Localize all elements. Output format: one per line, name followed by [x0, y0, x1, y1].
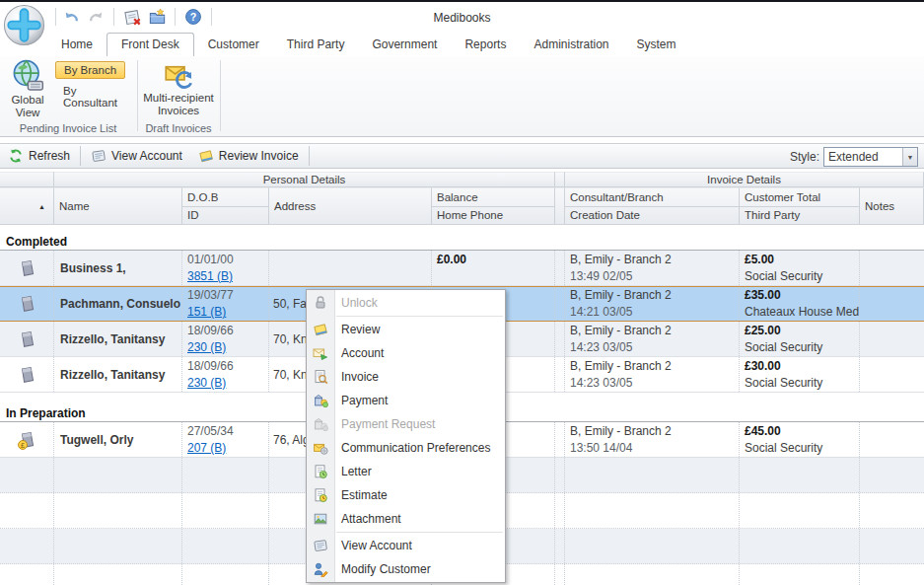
column-header-balance[interactable]: Balance	[432, 188, 554, 207]
column-header-customer-total[interactable]: Customer Total	[740, 188, 859, 207]
by-branch-button[interactable]: By Branch	[55, 61, 125, 79]
column-header-indicator[interactable]: ▲	[0, 187, 54, 225]
cell-dob: 18/09/66	[187, 323, 268, 339]
column-header-consultant[interactable]: Consultant/Branch	[565, 188, 739, 207]
tab-home[interactable]: Home	[47, 34, 107, 56]
column-header-home-phone[interactable]: Home Phone	[432, 207, 554, 225]
column-header-third-party[interactable]: Third Party	[740, 207, 859, 225]
tab-government[interactable]: Government	[358, 34, 451, 56]
grid-toolbar: Refresh View Account Review Invoice Styl…	[0, 143, 924, 169]
cell-customer-total: £35.00	[745, 287, 859, 304]
column-header-name[interactable]: Name	[54, 187, 182, 225]
tab-front-desk[interactable]: Front Desk	[107, 33, 194, 56]
row-context-menu: Unlock Review Account Invoice Payment Pa…	[306, 289, 506, 583]
record-locked-icon	[17, 293, 37, 315]
column-header-notes[interactable]: Notes	[860, 187, 924, 225]
cell-dob: 18/09/66	[187, 358, 268, 375]
svg-text:£: £	[21, 441, 25, 449]
cell-creation-date: 14:23 03/05	[570, 339, 739, 356]
table-row[interactable]: Business 1, 01/01/003851 (B) £0.00 B, Em…	[0, 251, 924, 286]
multi-envelope-icon	[164, 60, 193, 90]
cell-third-party: Social Security	[745, 375, 859, 392]
column-header-balance-phone[interactable]: Balance Home Phone	[432, 187, 555, 225]
menu-item-review[interactable]: Review	[307, 318, 505, 341]
add-orb-icon[interactable]	[3, 4, 45, 46]
cell-third-party: Social Security	[745, 339, 859, 356]
ribbon-group-label: Draft Invoices	[138, 122, 219, 134]
cell-name: Pachmann, Consuelo	[54, 287, 182, 321]
band-invoice-details: Invoice Details	[565, 172, 924, 187]
tab-administration[interactable]: Administration	[520, 34, 622, 56]
cell-id-link[interactable]: 3851 (B)	[187, 268, 233, 285]
cell-home-phone	[437, 268, 554, 285]
cell-balance: £0.00	[437, 252, 554, 268]
column-header-dob[interactable]: D.O.B	[182, 188, 268, 207]
sort-ascending-icon[interactable]: ▲	[38, 203, 45, 210]
menu-item-invoice[interactable]: Invoice	[307, 365, 505, 389]
band-spacer	[0, 172, 54, 187]
cell-customer-total: £25.00	[745, 323, 859, 339]
menu-item-view-account[interactable]: View Account	[307, 534, 505, 557]
cell-notes	[860, 357, 924, 392]
cell-name: Tugwell, Orly	[54, 422, 182, 457]
refresh-button[interactable]: Refresh	[0, 145, 78, 167]
attachment-icon	[313, 511, 328, 527]
help-icon[interactable]	[183, 7, 203, 27]
menu-item-letter[interactable]: Letter	[307, 460, 505, 483]
menu-item-account[interactable]: Account	[307, 341, 505, 365]
grid-header: Personal Details Invoice Details ▲ Name …	[0, 172, 924, 225]
tab-system[interactable]: System	[623, 34, 690, 56]
cell-consultant: B, Emily - Branch 2	[570, 323, 739, 339]
menu-item-estimate[interactable]: Estimate	[307, 483, 505, 507]
by-consultant-button[interactable]: By Consultant	[55, 83, 136, 110]
redo-icon[interactable]	[86, 7, 106, 27]
tab-third-party[interactable]: Third Party	[273, 34, 359, 56]
menu-item-modify-customer[interactable]: Modify Customer	[307, 557, 505, 581]
estimate-icon	[313, 487, 328, 503]
cell-id-link[interactable]: 230 (B)	[187, 339, 226, 356]
menu-item-attachment[interactable]: Attachment	[307, 507, 505, 531]
cell-third-party: Social Security	[745, 440, 859, 457]
tab-reports[interactable]: Reports	[451, 34, 520, 56]
multi-recipient-invoices-button[interactable]: Multi-recipient Invoices	[140, 58, 217, 117]
refresh-icon	[8, 148, 24, 164]
edit-delete-icon[interactable]	[122, 7, 142, 27]
letter-icon	[313, 464, 328, 479]
style-combobox[interactable]: Extended ▼	[823, 147, 918, 167]
menu-item-unlock: Unlock	[307, 291, 505, 315]
column-header-dob-id[interactable]: D.O.B ID	[182, 187, 269, 225]
undo-icon[interactable]	[61, 7, 81, 27]
cell-notes	[860, 251, 924, 285]
cell-third-party: Social Security	[745, 268, 859, 285]
account-envelope-icon	[313, 345, 328, 361]
cell-id-link[interactable]: 207 (B)	[187, 440, 226, 457]
tab-customer[interactable]: Customer	[194, 34, 273, 56]
view-account-button[interactable]: View Account	[83, 145, 190, 167]
menu-item-payment-request: Payment Request	[307, 412, 505, 436]
cell-id-link[interactable]: 230 (B)	[187, 375, 226, 392]
menu-item-communication-preferences[interactable]: Communication Preferences	[307, 436, 505, 460]
quick-access-toolbar	[55, 7, 215, 27]
notepad-icon	[91, 148, 107, 164]
column-header-creation-date[interactable]: Creation Date	[565, 207, 739, 225]
new-folder-icon[interactable]	[147, 7, 167, 27]
view-account-icon	[313, 538, 328, 553]
column-header-id[interactable]: ID	[182, 207, 268, 225]
cell-id-link[interactable]: 151 (B)	[187, 304, 226, 321]
cell-consultant: B, Emily - Branch 2	[570, 423, 739, 440]
menu-item-payment[interactable]: Payment	[307, 389, 505, 412]
combo-dropdown-arrow-icon[interactable]: ▼	[902, 148, 917, 166]
menu-separator	[336, 532, 503, 533]
group-row-completed[interactable]: Completed	[0, 233, 924, 251]
cell-name: Rizzello, Tanitansy	[54, 357, 182, 392]
global-view-button[interactable]: Global View	[2, 58, 53, 119]
column-header-total-thirdparty[interactable]: Customer Total Third Party	[740, 187, 860, 225]
review-invoice-button[interactable]: Review Invoice	[190, 145, 307, 167]
payment-request-icon	[313, 416, 328, 432]
column-header-consultant-date[interactable]: Consultant/Branch Creation Date	[565, 187, 740, 225]
cell-address	[269, 251, 432, 285]
column-header-address[interactable]: Address	[269, 187, 432, 225]
cell-customer-total: £45.00	[745, 423, 859, 440]
invoice-search-icon	[313, 369, 328, 385]
cell-third-party: Chateaux House Med...	[745, 304, 859, 321]
